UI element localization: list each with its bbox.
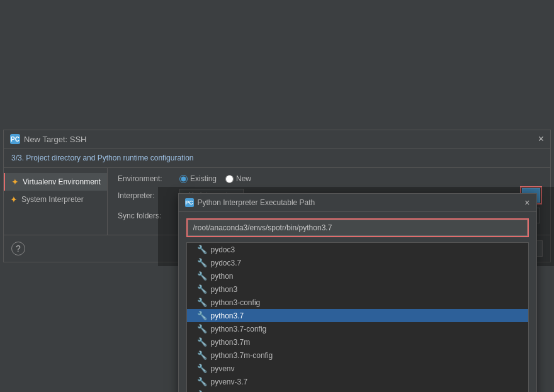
window-close-button[interactable]: ×: [538, 134, 544, 144]
file-name: python3.7m: [211, 338, 251, 347]
file-icon: 🔧: [197, 311, 207, 320]
help-button[interactable]: ?: [11, 242, 25, 255]
environment-row: Environment: Existing New: [118, 174, 540, 183]
environment-radio-group: Existing New: [179, 174, 251, 183]
file-name: python3.7m-config: [211, 351, 273, 360]
file-name: pydoc3.7: [211, 259, 242, 267]
existing-option[interactable]: Existing: [179, 174, 217, 183]
file-icon: 🔧: [197, 364, 207, 373]
file-icon: 🔧: [197, 324, 207, 333]
list-item[interactable]: 🔧 pyvenv: [187, 362, 528, 375]
file-name: pyvenv: [211, 364, 235, 373]
file-icon: 🔧: [197, 284, 207, 294]
right-panel: Environment: Existing New Interpreter:: [108, 168, 550, 235]
file-icon: 🔧: [197, 298, 207, 307]
file-name: python3: [211, 285, 238, 294]
list-item[interactable]: 🔧 python3.7-config: [187, 322, 528, 335]
file-name: python3-config: [211, 298, 261, 307]
file-icon: 🔧: [197, 258, 207, 267]
file-icon: 🔧: [197, 245, 207, 254]
list-item[interactable]: 🔧 pydoc3.7: [187, 256, 528, 269]
sidebar-item-virtualenv[interactable]: ✦ Virtualenv Environment: [4, 173, 107, 191]
existing-radio[interactable]: [179, 175, 188, 183]
window-subtitle: 3/3. Project directory and Python runtim…: [4, 148, 550, 168]
sidebar-item-virtualenv-label: Virtualenv Environment: [23, 177, 101, 186]
file-name: python3.7: [211, 311, 244, 320]
overlay: PC Python Interpreter Executable Path ×: [158, 187, 554, 266]
dialog-title: Python Interpreter Executable Path: [198, 198, 315, 207]
file-icon: 🔧: [197, 377, 207, 386]
window-title: New Target: SSH: [24, 135, 86, 144]
dialog-app-icon: PC: [185, 198, 194, 207]
main-window: PC New Target: SSH × 3/3. Project direct…: [3, 130, 551, 262]
sidebar-item-system-label: System Interpreter: [21, 195, 84, 204]
virtualenv-icon: ✦: [11, 177, 19, 187]
interpreter-path-dialog: PC Python Interpreter Executable Path ×: [178, 193, 537, 392]
file-list[interactable]: 🔧 pydoc3 🔧 pydoc3.7 🔧 python: [186, 242, 529, 392]
list-item[interactable]: 🔧 python: [187, 269, 528, 283]
list-item[interactable]: 🔧 python3: [187, 283, 528, 296]
system-icon: ✦: [10, 194, 18, 204]
file-icon: 🔧: [197, 337, 207, 347]
list-item-selected[interactable]: 🔧 python3.7: [187, 309, 528, 322]
new-label: New: [236, 174, 251, 183]
environment-label: Environment:: [118, 174, 174, 183]
dialog-close-button[interactable]: ×: [524, 198, 529, 208]
app-icon: PC: [10, 134, 20, 144]
dialog-title-bar: PC Python Interpreter Executable Path ×: [179, 194, 536, 212]
file-name: pyvenv-3.7: [211, 378, 248, 386]
new-radio[interactable]: [225, 175, 234, 183]
file-name: python: [211, 272, 234, 281]
path-input[interactable]: [188, 220, 528, 236]
list-item[interactable]: 🔧 reset: [187, 388, 528, 392]
sidebar: ✦ Virtualenv Environment ✦ System Interp…: [4, 168, 108, 235]
title-bar: PC New Target: SSH ×: [4, 130, 550, 148]
list-item[interactable]: 🔧 python3-config: [187, 296, 528, 309]
file-name: python3.7-config: [211, 325, 267, 333]
list-item[interactable]: 🔧 python3.7m-config: [187, 349, 528, 362]
dialog-body: 🔧 pydoc3 🔧 pydoc3.7 🔧 python: [179, 212, 536, 392]
existing-label: Existing: [190, 174, 217, 183]
file-icon: 🔧: [197, 350, 207, 360]
file-name: pydoc3: [211, 245, 235, 254]
sidebar-item-system[interactable]: ✦ System Interpreter: [4, 191, 107, 208]
list-item[interactable]: 🔧 pyvenv-3.7: [187, 375, 528, 388]
new-option[interactable]: New: [225, 174, 251, 183]
file-icon: 🔧: [197, 271, 207, 281]
list-item[interactable]: 🔧 python3.7m: [187, 335, 528, 349]
path-input-wrapper: [186, 218, 529, 237]
main-content: ✦ Virtualenv Environment ✦ System Interp…: [4, 168, 550, 235]
list-item[interactable]: 🔧 pydoc3: [187, 243, 528, 256]
